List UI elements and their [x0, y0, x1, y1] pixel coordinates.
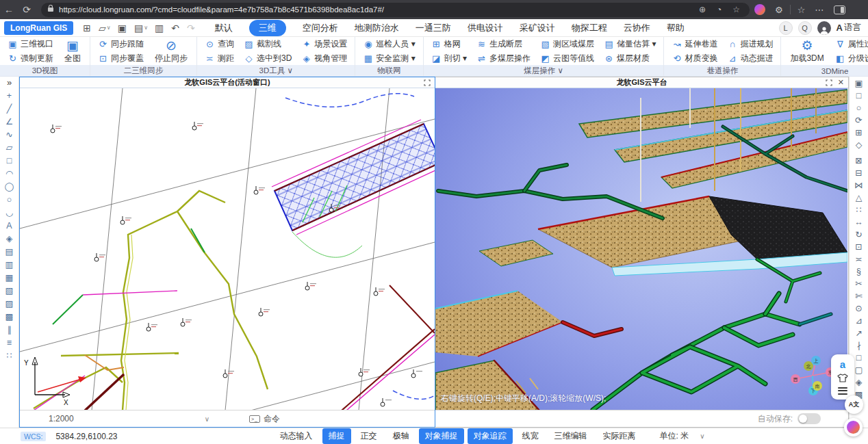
select-to-3d-button[interactable]: ◇选中到3D	[242, 53, 294, 64]
dynamic-excavation-button[interactable]: ⊿动态掘进	[725, 53, 775, 64]
polar-toggle[interactable]: 极轴	[387, 428, 416, 444]
map-2d-canvas[interactable]: Y X	[20, 88, 435, 410]
node-edit-tool[interactable]: ⊙	[852, 302, 867, 315]
delete-tool[interactable]: ⊠	[852, 155, 867, 167]
break-line-tool[interactable]: ✄	[852, 290, 867, 302]
print-button[interactable]: ▥	[152, 22, 167, 34]
draw-rectangle-tool[interactable]: □	[2, 155, 17, 168]
viewport-3d-button[interactable]: ▣三维视口	[5, 38, 55, 50]
save-button[interactable]: ▣	[115, 22, 130, 34]
tab-power-design[interactable]: 供电设计	[468, 20, 503, 36]
map-2d-titlebar[interactable]: 龙软GIS云平台(活动窗口)	[20, 77, 435, 88]
url-text[interactable]: https://cloud.longruan.com/?cmd=cloudfil…	[59, 5, 691, 14]
zoom-page-icon[interactable]: ⊕	[696, 5, 709, 14]
tab-geophysics[interactable]: 物探工程	[572, 20, 607, 36]
circle-3d-tool[interactable]: ○	[852, 102, 867, 114]
new-doc-button[interactable]: ▤∨	[131, 22, 151, 34]
annotation-tool[interactable]: ⊟	[852, 167, 867, 179]
sidebar-panel-icon[interactable]	[834, 5, 845, 14]
align-middle-tool[interactable]: ▨	[2, 298, 17, 311]
tab-spatial-analysis[interactable]: 空间分析	[303, 20, 338, 36]
maximize-icon[interactable]	[826, 79, 832, 86]
new-file-button[interactable]: ⊞	[80, 22, 94, 34]
group-label[interactable]: 煤层操作 ∨	[424, 66, 664, 76]
terrain-edit-tool[interactable]: △	[852, 192, 867, 204]
material-swap-button[interactable]: ⟲材质变换	[669, 53, 719, 64]
offset-tool[interactable]: ≍	[852, 253, 867, 265]
move-tool[interactable]: ↔	[852, 216, 867, 228]
array-blocks-tool[interactable]: ∷	[852, 204, 867, 216]
distribute-vertical-tool[interactable]: ≡	[2, 337, 17, 350]
tab-help[interactable]: 帮助	[667, 20, 685, 36]
tab-geology-water[interactable]: 地测防治水	[355, 20, 399, 36]
browser-menu-icon[interactable]: ⋯	[810, 5, 828, 15]
snap-toggle[interactable]: 捕捉	[322, 428, 351, 444]
draw-line-tool[interactable]: ╱	[2, 103, 17, 116]
draw-point-tool[interactable]: +	[2, 90, 17, 103]
draw-arc-tool[interactable]: ◠	[2, 168, 17, 181]
address-bar[interactable]: https://cloud.longruan.com/?cmd=cloudfil…	[41, 3, 750, 17]
ortho-toggle[interactable]: 正交	[355, 428, 383, 444]
copy-tool[interactable]: ⊡	[852, 241, 867, 253]
scale-dropdown[interactable]: 1:2000 ∨	[49, 414, 209, 423]
lineweight-toggle[interactable]: 线宽	[516, 428, 545, 444]
hamburger-menu-icon[interactable]	[838, 387, 847, 395]
mirror-tool[interactable]: ⋈	[852, 179, 867, 192]
draw-polygon-tool[interactable]: ▱	[2, 142, 17, 155]
excavation-plan-button[interactable]: ∩掘进规划	[725, 38, 775, 50]
full-extent-button[interactable]: ▣全图	[61, 39, 84, 64]
extension-icon[interactable]: ⚙	[770, 5, 788, 15]
view-3d-canvas[interactable]: 西 下 南 北 上 东 右键旋转(Q/E);中键平移(A/D);滚轮缩放(W/S…	[435, 88, 848, 410]
clip-polygon-tool[interactable]: ⊿	[852, 315, 867, 327]
force-update-button[interactable]: ↻强制更新	[5, 53, 55, 64]
map-grid-tool[interactable]: ⊞	[852, 127, 867, 139]
align-center-tool[interactable]: ▦	[2, 272, 17, 285]
align-left-tool[interactable]: ▤	[2, 246, 17, 259]
measure-distance-button[interactable]: ≍测距	[203, 53, 236, 64]
viewport-3d-tool[interactable]: ▣	[852, 77, 867, 90]
hatch-tool[interactable]: ◈	[2, 233, 17, 246]
unit-chevron-icon[interactable]: ∨	[700, 432, 704, 440]
contour-cloud-button[interactable]: ◩云图等值线	[538, 53, 596, 64]
redo-button[interactable]: ↷	[184, 22, 199, 34]
draw-polyline-tool[interactable]: ∠	[2, 116, 17, 129]
draw-ellipse-tool[interactable]: ○	[2, 194, 17, 207]
tshirt-icon[interactable]	[837, 374, 848, 382]
load-3dm-button[interactable]: ⚙加载3DM	[787, 39, 827, 64]
scene-settings-button[interactable]: ✦场景设置	[299, 38, 349, 50]
sync-rotate-tool[interactable]: ⟳	[852, 114, 867, 127]
draw-circle-tool[interactable]: ◯	[2, 181, 17, 194]
extend-roadway-button[interactable]: ↝延伸巷道	[669, 38, 719, 50]
reading-mode-icon[interactable]: ◔	[714, 5, 724, 14]
distribute-horizontal-tool[interactable]: ∥	[2, 324, 17, 337]
extend-line-tool[interactable]: ↗	[852, 327, 867, 339]
brain-float-button[interactable]	[844, 418, 863, 436]
browser-back-button[interactable]: ←	[0, 4, 18, 15]
dynamic-input-toggle[interactable]: 动态输入	[274, 428, 319, 444]
stop-sync-button[interactable]: ⊘停止同步	[151, 39, 191, 64]
safety-monitor-button[interactable]: ▦安全监测 ▾	[361, 53, 417, 64]
view-manage-button[interactable]: ◈视角管理	[299, 53, 349, 64]
cutting-line-button[interactable]: ▨截割线	[242, 38, 294, 50]
section-cut-button[interactable]: ◪剖切 ▾	[429, 53, 469, 64]
inspector-person-button[interactable]: ◉巡检人员 ▾	[361, 38, 417, 50]
measure-region-seam-button[interactable]: ▧测区域煤层	[538, 38, 596, 50]
object-snap-toggle[interactable]: 对象捕捉	[419, 428, 464, 444]
autosave-toggle[interactable]	[797, 413, 821, 424]
query-button[interactable]: ⊙查询	[203, 38, 236, 50]
browser-refresh-button[interactable]: ⟳	[18, 4, 36, 15]
translate-float-button[interactable]: A文	[845, 395, 863, 414]
group-label[interactable]: 3D工具 ∨	[197, 66, 355, 76]
align-bottom-tool[interactable]: ▩	[2, 311, 17, 324]
drill-tool[interactable]: §	[852, 265, 867, 278]
attribute-filter-button[interactable]: ∇属性过滤	[833, 38, 868, 50]
object-track-toggle[interactable]: 对象追踪	[468, 428, 513, 444]
app-logo[interactable]: LongRuan GIS	[4, 21, 73, 35]
maximize-icon[interactable]	[424, 79, 431, 86]
select-box-tool[interactable]: □	[852, 90, 867, 102]
sync-follow-button[interactable]: ⟳同步跟随	[96, 38, 146, 50]
graded-color-button[interactable]: ◧分级设色	[833, 53, 868, 64]
text-tool[interactable]: A	[2, 220, 17, 233]
break-point-tool[interactable]: ✂	[852, 278, 867, 290]
undo-button[interactable]: ↶	[168, 22, 183, 34]
